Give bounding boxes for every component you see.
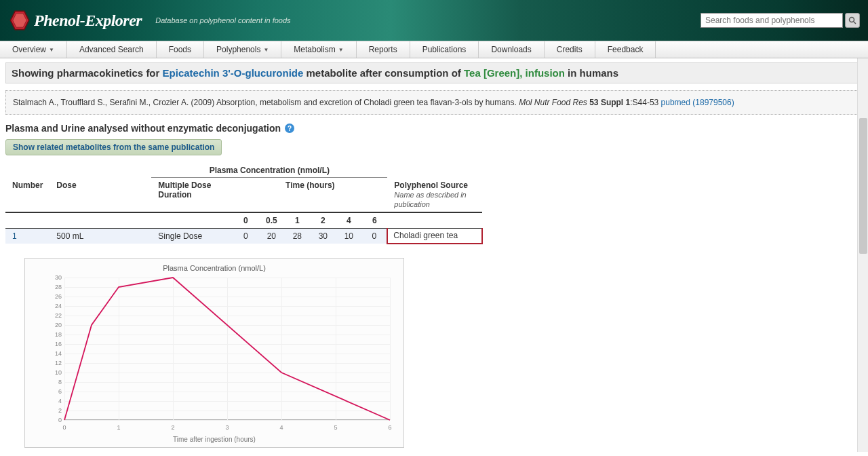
search-input[interactable] [701, 13, 843, 28]
menu-label: Advanced Search [79, 45, 144, 54]
plasma-table: Plasma Concentration (nmol/L) Number Dos… [5, 164, 483, 244]
menu-reports[interactable]: Reports [357, 41, 410, 58]
cell-val: 28 [284, 228, 310, 244]
x-axis-label: Time after ingestion (hours) [25, 436, 403, 443]
caret-down-icon: ▼ [338, 47, 344, 53]
col-dose: Dose [50, 178, 151, 212]
citation-box: Stalmach A., Troufflard S., Serafini M.,… [5, 90, 863, 115]
content-area: Showing pharmacokinetics for Epicatechin… [0, 58, 868, 452]
chart-plot-area: 0246810121416182022242628300123456 [64, 278, 390, 420]
menu-overview[interactable]: Overview▼ [0, 41, 67, 58]
cell-number: 1 [5, 228, 50, 244]
menu-label: Metabolism [294, 45, 335, 54]
cell-val: 30 [310, 228, 336, 244]
col-number: Number [5, 178, 50, 212]
menu-label: Downloads [491, 45, 531, 54]
chart-title: Plasma Concentration (nmol/L) [25, 259, 403, 272]
search-icon [848, 16, 856, 24]
time-h: 4 [336, 212, 361, 229]
tagline: Database on polyphenol content in foods [155, 16, 290, 24]
menu-publications[interactable]: Publications [410, 41, 479, 58]
menu-credits[interactable]: Credits [545, 41, 595, 58]
citation-journal: Mol Nutr Food Res [519, 98, 587, 107]
citation-authors: Stalmach A., Troufflard S., Serafini M.,… [13, 98, 519, 107]
logo-hexagon-icon [8, 9, 31, 32]
col-source-sub: Name as described in publication [394, 191, 466, 208]
menu-label: Credits [557, 45, 583, 54]
section-title: Plasma and Urine analysed without enzyma… [5, 123, 281, 134]
logo[interactable]: Phenol-Explorer [8, 9, 142, 32]
time-h: 0 [233, 212, 258, 229]
menu-feedback[interactable]: Feedback [595, 41, 656, 58]
menu-foods[interactable]: Foods [157, 41, 204, 58]
menu-label: Feedback [608, 45, 644, 54]
help-icon[interactable]: ? [285, 124, 294, 133]
logo-text: Phenol-Explorer [34, 12, 142, 30]
col-source: Polyphenol Source Name as described in p… [387, 178, 482, 212]
menu-polyphenols[interactable]: Polyphenols▼ [204, 41, 281, 58]
title-text: Showing pharmacokinetics for [12, 67, 163, 79]
page-title: Showing pharmacokinetics for Epicatechin… [5, 62, 863, 83]
menu-label: Foods [169, 45, 191, 54]
header-banner: Phenol-Explorer Database on polyphenol c… [0, 0, 868, 41]
menu-label: Publications [422, 45, 467, 54]
time-h: 0.5 [258, 212, 284, 229]
col-source-label: Polyphenol Source [394, 180, 468, 190]
caret-down-icon: ▼ [263, 47, 269, 53]
search-button[interactable] [845, 13, 860, 28]
scrollbar[interactable] [857, 58, 868, 452]
table-super-header: Plasma Concentration (nmol/L) [151, 164, 387, 178]
search-wrap [701, 13, 860, 28]
time-h: 1 [284, 212, 310, 229]
cell-dose: 500 mL [50, 228, 151, 244]
menu-metabolism[interactable]: Metabolism▼ [281, 41, 356, 58]
menu-downloads[interactable]: Downloads [479, 41, 544, 58]
cell-multi: Single Dose [151, 228, 233, 244]
menu-label: Polyphenols [216, 45, 260, 54]
menu-label: Reports [369, 45, 397, 54]
pubmed-link[interactable]: pubmed (18979506) [661, 98, 734, 107]
compound-link[interactable]: Epicatechin 3'-O-glucuronide [163, 67, 304, 79]
col-time: Time (hours) [233, 178, 387, 212]
caret-down-icon: ▼ [49, 47, 54, 53]
cell-val: 0 [233, 228, 258, 244]
table-row: 1 500 mL Single Dose 0 20 28 30 10 0 Cho… [5, 228, 482, 244]
citation-volume: 53 Suppl 1 [587, 98, 630, 107]
cell-source[interactable]: Choladi green tea [387, 228, 482, 244]
title-text: in humans [565, 67, 618, 79]
menu-label: Overview [12, 45, 46, 54]
svg-line-3 [854, 22, 856, 24]
cell-val: 20 [258, 228, 284, 244]
scrollbar-thumb[interactable] [859, 118, 867, 254]
svg-point-2 [850, 18, 854, 22]
plasma-chart: Plasma Concentration (nmol/L) 0246810121… [24, 258, 404, 448]
time-h: 6 [361, 212, 387, 229]
food-link[interactable]: Tea [Green], infusion [464, 67, 565, 79]
citation-pages: :S44-53 [630, 98, 660, 107]
menu-advanced-search[interactable]: Advanced Search [67, 41, 157, 58]
cell-val: 0 [361, 228, 387, 244]
cell-val: 10 [336, 228, 361, 244]
menubar: Overview▼ Advanced Search Foods Polyphen… [0, 41, 868, 58]
section-heading: Plasma and Urine analysed without enzyma… [5, 123, 863, 134]
time-h: 2 [310, 212, 336, 229]
col-multi: Multiple Dose Duration [151, 178, 233, 212]
show-related-button[interactable]: Show related metabolites from the same p… [5, 139, 222, 155]
title-text: metabolite after consumption of [303, 67, 464, 79]
